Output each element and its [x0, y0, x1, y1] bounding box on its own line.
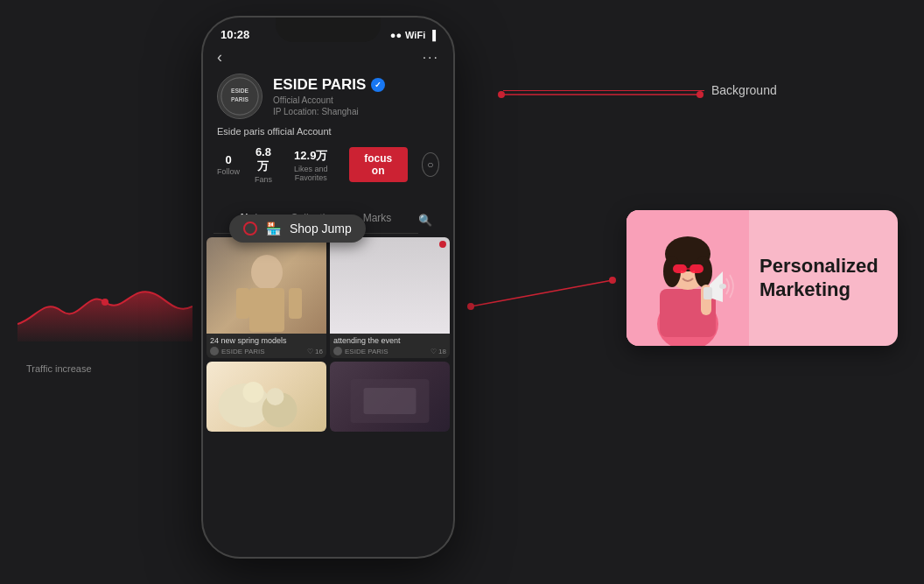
top-right-annotation: Background	[503, 83, 777, 97]
wifi-icon: WiFi	[405, 30, 425, 40]
svg-point-8	[102, 299, 108, 306]
svg-rect-16	[289, 288, 302, 319]
avatar: ESIDE PARIS	[217, 74, 262, 119]
verified-badge: ✓	[371, 78, 385, 92]
status-time: 10:28	[220, 28, 249, 41]
content-grid: 24 new spring models ESIDE PARIS ♡ 16	[203, 234, 453, 435]
marketing-card: Personalized Marketing	[626, 210, 898, 346]
message-button[interactable]: ○	[422, 152, 439, 177]
svg-rect-22	[364, 388, 416, 414]
svg-point-36	[719, 284, 726, 289]
top-nav: ‹ ···	[203, 45, 453, 74]
caption-likes-2: ♡ 18	[430, 348, 446, 355]
shop-icon: 🏪	[266, 222, 281, 236]
caption-title-2: attending the event	[333, 336, 446, 345]
image-dark	[330, 362, 450, 432]
annotation-background-label: Background	[711, 83, 777, 97]
battery-icon: ▐	[429, 30, 436, 40]
more-button[interactable]: ···	[423, 50, 439, 66]
marketing-title: Personalized Marketing	[760, 255, 887, 301]
author-dot-1	[210, 347, 219, 355]
caption-title-1: 24 new spring models	[210, 336, 323, 345]
svg-point-20	[267, 388, 284, 405]
woman-svg	[626, 210, 749, 346]
profile-header: ESIDE PARIS ESIDE PARIS ✓ Official Accou…	[217, 74, 439, 119]
grid-item-3[interactable]	[206, 362, 326, 432]
grid-caption-2: attending the event ESIDE PARIS ♡ 18	[330, 334, 450, 358]
shop-jump-text: Shop Jump	[290, 222, 352, 236]
caption-author-2: ESIDE PARIS	[333, 347, 388, 355]
stat-follow: 0 Follow	[217, 153, 240, 176]
svg-rect-30	[673, 264, 687, 273]
phone-notch	[276, 18, 381, 42]
caption-meta-2: ESIDE PARIS ♡ 18	[333, 347, 446, 355]
status-icons: ●● WiFi ▐	[390, 30, 436, 40]
traffic-label: Traffic increase	[26, 363, 92, 374]
profile-official-label: Official Account	[273, 95, 439, 105]
svg-rect-35	[704, 287, 712, 299]
svg-text:PARIS: PARIS	[231, 96, 249, 102]
image-flowers	[206, 362, 326, 432]
marketing-text-area: Personalized Marketing	[749, 241, 898, 315]
annotation-line-top	[503, 90, 704, 91]
caption-meta-1: ESIDE PARIS ♡ 16	[210, 347, 323, 355]
grid-item-2[interactable]: attending the event ESIDE PARIS ♡ 18	[330, 237, 450, 358]
marketing-woman-illustration	[626, 210, 749, 346]
grid-caption-1: 24 new spring models ESIDE PARIS ♡ 16	[206, 334, 326, 358]
stat-likes: 12.9万 Likes and Favorites	[287, 148, 335, 182]
profile-ip-location: IP Location: Shanghai	[273, 107, 439, 116]
svg-rect-14	[249, 288, 284, 332]
traffic-chart	[18, 263, 192, 354]
image-white	[330, 237, 450, 334]
wave-chart-svg	[18, 263, 192, 350]
heart-icon-2: ♡	[430, 348, 437, 355]
svg-rect-31	[690, 264, 704, 273]
tab-marks[interactable]: Marks	[363, 212, 392, 228]
focus-on-button[interactable]: focus on	[349, 147, 408, 182]
shop-jump-popup[interactable]: 🏪 Shop Jump	[229, 215, 366, 243]
grid-item-4[interactable]	[330, 362, 450, 432]
image-man	[206, 237, 326, 334]
phone-mockup: 10:28 ●● WiFi ▐ ‹ ··· ESIDE PA	[201, 16, 455, 559]
phone-screen: 10:28 ●● WiFi ▐ ‹ ··· ESIDE PA	[203, 18, 453, 557]
caption-likes-1: ♡ 16	[307, 348, 323, 355]
grid-item-1[interactable]: 24 new spring models ESIDE PARIS ♡ 16	[206, 237, 326, 358]
svg-point-19	[243, 382, 264, 403]
profile-section: ESIDE PARIS ESIDE PARIS ✓ Official Accou…	[203, 74, 453, 203]
flowers-svg	[206, 362, 326, 432]
svg-rect-15	[236, 288, 249, 319]
profile-name: ESIDE PARIS ✓	[273, 76, 439, 94]
avatar-svg: ESIDE PARIS	[218, 74, 262, 119]
popup-circle-icon	[243, 222, 257, 236]
stat-fans: 6.8万 Fans	[254, 145, 273, 184]
svg-point-13	[251, 255, 283, 290]
stats-row: 0 Follow 6.8万 Fans 12.9万 Likes and Favor…	[217, 145, 439, 184]
svg-text:ESIDE: ESIDE	[231, 88, 249, 94]
signal-icon: ●●	[390, 30, 402, 40]
dark-svg	[330, 362, 450, 432]
caption-author-1: ESIDE PARIS	[210, 347, 265, 355]
man-figure	[223, 255, 311, 334]
dot-indicator	[439, 241, 446, 248]
profile-bio: Eside paris official Account	[217, 126, 439, 137]
back-button[interactable]: ‹	[217, 48, 222, 67]
search-icon[interactable]: 🔍	[418, 214, 443, 227]
author-dot-2	[333, 347, 342, 355]
heart-icon-1: ♡	[307, 348, 313, 355]
profile-name-area: ESIDE PARIS ✓ Official Account IP Locati…	[273, 76, 439, 116]
